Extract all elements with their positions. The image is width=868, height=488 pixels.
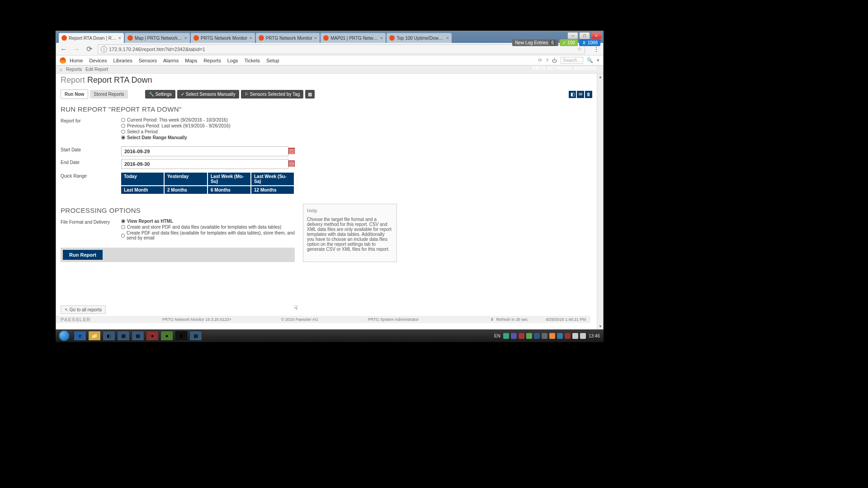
close-icon[interactable]: × <box>446 35 449 41</box>
pause-icon[interactable]: ⏸ <box>490 317 494 322</box>
close-icon[interactable]: × <box>184 35 187 41</box>
run-report-button[interactable]: Run Report <box>63 250 103 260</box>
tray-icon[interactable] <box>542 333 547 339</box>
nav-maps[interactable]: Maps <box>185 58 197 63</box>
quick-lastmonth[interactable]: Last Month <box>121 186 164 194</box>
radio-previous-period[interactable]: Previous Period: Last week (9/19/2016 - … <box>121 123 296 128</box>
tray-icon[interactable] <box>565 333 571 339</box>
status-pause-chip[interactable]: ⏸ 1088 <box>579 39 600 46</box>
tray-icon[interactable] <box>572 333 578 339</box>
tray-icon[interactable] <box>549 333 555 339</box>
volume-icon[interactable] <box>580 333 586 339</box>
power-icon[interactable]: ⏻ <box>552 58 557 63</box>
radio-select-period[interactable]: Select a Period <box>121 129 296 134</box>
calendar-icon[interactable] <box>288 160 295 167</box>
minimize-button[interactable]: – <box>567 32 578 39</box>
taskbar-app2[interactable]: ▦ <box>132 331 144 341</box>
radio-email[interactable]: Create PDF and data files (available for… <box>121 230 296 240</box>
radio-pdf[interactable]: Create and store PDF and data files (ava… <box>121 225 296 230</box>
search-input[interactable]: Search... <box>561 57 583 64</box>
radio-manual-range[interactable]: Select Date Range Manually <box>121 135 296 140</box>
taskbar-app3[interactable]: ● <box>146 331 159 341</box>
taskbar-cmd[interactable]: ▮ <box>175 331 188 341</box>
tray-icon[interactable] <box>534 333 540 339</box>
tray-icon[interactable] <box>526 333 532 339</box>
action-icon-1[interactable]: ◧ <box>569 91 576 98</box>
quick-lastweek-su[interactable]: Last Week (Su-Sa) <box>251 173 294 185</box>
bookmark-icon[interactable]: ☆ <box>577 46 582 52</box>
newlog-chip[interactable]: New Log Entries6 <box>512 39 558 46</box>
taskbar-app1[interactable]: ▦ <box>117 331 130 341</box>
taskbar-app4[interactable]: ● <box>160 331 173 341</box>
search-icon[interactable]: 🔍 <box>587 57 593 63</box>
close-button[interactable]: × <box>591 32 602 39</box>
vertical-scrollbar[interactable]: ▲ ▼ <box>597 74 603 329</box>
tray-icon[interactable] <box>511 333 517 339</box>
tab-5[interactable]: MAP01 | PRTG Network...× <box>321 33 386 43</box>
nav-sensors[interactable]: Sensors <box>139 58 157 63</box>
nav-setup[interactable]: Setup <box>266 58 279 63</box>
goto-all-reports[interactable]: ↖ Go to all reports <box>61 305 106 314</box>
quick-2months[interactable]: 2 Months <box>165 186 207 194</box>
help-icon[interactable]: ? <box>546 58 548 63</box>
taskbar-chrome[interactable]: ◐ <box>103 331 115 341</box>
tab-4[interactable]: PRTG Network Monitor× <box>256 33 320 43</box>
close-icon[interactable]: × <box>118 35 121 41</box>
forward-button[interactable]: → <box>72 45 80 53</box>
nav-logs[interactable]: Logs <box>227 58 238 63</box>
tray-icon[interactable] <box>557 333 563 339</box>
prtg-logo-icon[interactable] <box>60 57 66 64</box>
quick-today[interactable]: Today <box>121 173 164 185</box>
quick-yesterday[interactable]: Yesterday <box>165 173 207 185</box>
lang-indicator[interactable]: EN <box>494 333 500 338</box>
start-button[interactable] <box>56 329 73 342</box>
tab-1[interactable]: Report RTA Down | Rep...× <box>59 33 124 43</box>
quick-12months[interactable]: 12 Months <box>251 186 294 194</box>
tab-3[interactable]: PRTG Network Monitor× <box>191 33 255 43</box>
tab-6[interactable]: Top 100 Uptime/Downt...× <box>387 33 452 43</box>
close-icon[interactable]: × <box>314 35 317 41</box>
tray-icon[interactable] <box>519 333 524 339</box>
browser-menu-icon[interactable]: ⋮ <box>593 46 599 53</box>
quick-6months[interactable]: 6 Months <box>208 186 250 194</box>
breadcrumb-edit[interactable]: Edit Report <box>85 67 108 72</box>
tab-select-manually[interactable]: ✓Select Sensors Manually <box>177 90 239 99</box>
nav-home[interactable]: Home <box>70 58 83 63</box>
calendar-icon[interactable] <box>288 148 295 154</box>
taskbar-ie[interactable]: e <box>74 331 86 341</box>
tab-menu[interactable]: ▦ <box>305 90 315 99</box>
back-button[interactable]: ← <box>60 45 68 53</box>
nav-libraries[interactable]: Libraries <box>113 58 132 63</box>
reload-button[interactable]: ⟳ <box>85 45 93 53</box>
quick-lastweek-mo[interactable]: Last Week (Mo-Su) <box>208 173 250 185</box>
taskbar-explorer[interactable]: 📁 <box>88 331 101 341</box>
status-up-chip[interactable]: ✓ 100 <box>560 39 578 46</box>
close-icon[interactable]: × <box>380 35 383 41</box>
tab-stored-reports[interactable]: Stored Reports <box>90 90 127 99</box>
home-icon[interactable]: ⌂ <box>60 67 62 72</box>
end-date-input[interactable] <box>121 159 288 169</box>
taskbar-app5[interactable]: ▦ <box>189 331 202 341</box>
breadcrumb-reports[interactable]: Reports <box>66 67 82 72</box>
tab-settings[interactable]: 🔧Settings <box>145 90 175 99</box>
site-info-icon[interactable]: i <box>101 46 107 52</box>
radio-current-period[interactable]: Current Period: This week (9/26/2016 - 1… <box>121 117 296 122</box>
refresh-icon[interactable]: ⟳ <box>538 57 542 63</box>
scroll-down-icon[interactable]: ▼ <box>597 323 604 329</box>
tab-2[interactable]: Map | PRTG Network M...× <box>125 33 190 43</box>
clock[interactable]: 13:46 <box>589 333 600 338</box>
start-date-input[interactable] <box>121 146 288 156</box>
nav-alarms[interactable]: Alarms <box>163 58 179 63</box>
scroll-up-icon[interactable]: ▲ <box>597 74 604 80</box>
expand-icon[interactable]: ▾ <box>597 57 599 63</box>
tab-select-by-tag[interactable]: ⚐Sensors Selected by Tag <box>241 90 303 99</box>
radio-html[interactable]: View Report as HTML <box>121 219 296 224</box>
maximize-button[interactable]: □ <box>579 32 590 39</box>
nav-reports[interactable]: Reports <box>203 58 221 63</box>
action-icon-3[interactable]: 🗑 <box>585 91 592 98</box>
action-icon-2[interactable]: ✉ <box>577 91 584 98</box>
tab-run-now[interactable]: Run Now <box>61 89 88 99</box>
nav-devices[interactable]: Devices <box>89 58 107 63</box>
tray-icon[interactable] <box>503 333 509 339</box>
close-icon[interactable]: × <box>249 35 252 41</box>
